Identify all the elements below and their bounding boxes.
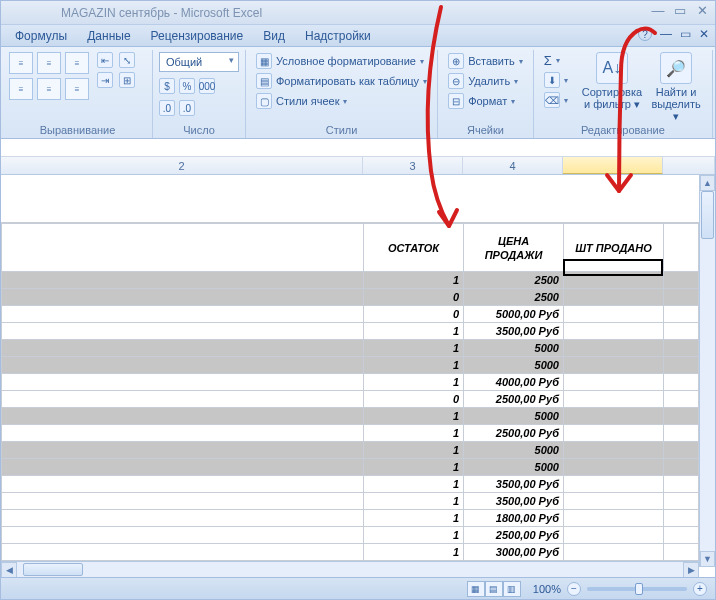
cell-extra[interactable]: [664, 323, 699, 340]
cell-extra[interactable]: [664, 408, 699, 425]
cell-sold[interactable]: [564, 442, 664, 459]
cell-ostatok[interactable]: 1: [364, 510, 464, 527]
cell-styles-button[interactable]: ▢ Стили ячеек ▾: [252, 92, 431, 110]
cell-ostatok[interactable]: 1: [364, 323, 464, 340]
cell-sold[interactable]: [564, 340, 664, 357]
cell-ostatok[interactable]: 1: [364, 425, 464, 442]
tab-addins[interactable]: Надстройки: [305, 29, 371, 43]
fill-button[interactable]: ⬇▾: [540, 71, 572, 89]
delete-cells-button[interactable]: ⊖ Удалить ▾: [444, 72, 527, 90]
cell-price[interactable]: 3500,00 Руб: [464, 476, 564, 493]
cell-left[interactable]: [2, 442, 364, 459]
cell-ostatok[interactable]: 1: [364, 527, 464, 544]
cell-left[interactable]: [2, 408, 364, 425]
cell-ostatok[interactable]: 1: [364, 272, 464, 289]
cell-sold[interactable]: [564, 323, 664, 340]
vscroll-track[interactable]: [700, 191, 715, 551]
cell-ostatok[interactable]: 1: [364, 357, 464, 374]
cell-left[interactable]: [2, 544, 364, 561]
cell-sold[interactable]: [564, 289, 664, 306]
column-header-2[interactable]: 2: [1, 157, 363, 174]
insert-cells-button[interactable]: ⊕ Вставить ▾: [444, 52, 527, 70]
scroll-down-button[interactable]: ▼: [700, 551, 715, 567]
cell-sold[interactable]: [564, 510, 664, 527]
header-ostatok[interactable]: ОСТАТОК: [364, 224, 464, 272]
cell-left[interactable]: [2, 357, 364, 374]
cell-ostatok[interactable]: 1: [364, 442, 464, 459]
cell-sold[interactable]: [564, 374, 664, 391]
cell-price[interactable]: 5000: [464, 408, 564, 425]
column-header-selected[interactable]: [563, 157, 663, 174]
decrease-decimal-button[interactable]: .0: [179, 100, 195, 116]
cell-price[interactable]: 2500,00 Руб: [464, 527, 564, 544]
cell-sold[interactable]: [564, 306, 664, 323]
vscroll-thumb[interactable]: [701, 191, 714, 239]
increase-decimal-button[interactable]: .0: [159, 100, 175, 116]
cell-extra[interactable]: [664, 476, 699, 493]
cell-extra[interactable]: [664, 527, 699, 544]
cell-sold[interactable]: [564, 357, 664, 374]
clear-button[interactable]: ⌫▾: [540, 91, 572, 109]
cell-ostatok[interactable]: 1: [364, 408, 464, 425]
tab-formulas[interactable]: Формулы: [15, 29, 67, 43]
cell-ostatok[interactable]: 1: [364, 459, 464, 476]
zoom-slider-knob[interactable]: [635, 583, 643, 595]
cell-sold[interactable]: [564, 272, 664, 289]
cell-sold[interactable]: [564, 476, 664, 493]
cell-extra[interactable]: [664, 340, 699, 357]
maximize-button[interactable]: ▭: [673, 3, 687, 18]
zoom-percent[interactable]: 100%: [533, 583, 561, 595]
column-header-3[interactable]: 3: [363, 157, 463, 174]
header-extra[interactable]: [664, 224, 699, 272]
autosum-button[interactable]: Σ▾: [540, 52, 572, 69]
cell-sold[interactable]: [564, 459, 664, 476]
format-as-table-button[interactable]: ▤ Форматировать как таблицу ▾: [252, 72, 431, 90]
orientation-button[interactable]: ⤡: [119, 52, 135, 68]
cell-price[interactable]: 2500: [464, 289, 564, 306]
cell-ostatok[interactable]: 1: [364, 374, 464, 391]
cell-extra[interactable]: [664, 272, 699, 289]
normal-view-button[interactable]: ▦: [467, 581, 485, 597]
cell-extra[interactable]: [664, 357, 699, 374]
zoom-out-button[interactable]: −: [567, 582, 581, 596]
close-button[interactable]: ✕: [695, 3, 709, 18]
cell-price[interactable]: 2500,00 Руб: [464, 391, 564, 408]
cell-left[interactable]: [2, 493, 364, 510]
cell-sold[interactable]: [564, 527, 664, 544]
cell-ostatok[interactable]: 1: [364, 544, 464, 561]
cell-left[interactable]: [2, 476, 364, 493]
number-format-select[interactable]: Общий: [159, 52, 239, 72]
conditional-formatting-button[interactable]: ▦ Условное форматирование ▾: [252, 52, 431, 70]
cell-sold[interactable]: [564, 544, 664, 561]
blank-rows[interactable]: [1, 175, 699, 223]
comma-format-button[interactable]: 000: [199, 78, 215, 94]
page-layout-view-button[interactable]: ▤: [485, 581, 503, 597]
cell-sold[interactable]: [564, 391, 664, 408]
cell-extra[interactable]: [664, 493, 699, 510]
sort-filter-button[interactable]: A↓ Сортировкаи фильтр ▾: [578, 52, 646, 124]
cell-price[interactable]: 5000,00 Руб: [464, 306, 564, 323]
cell-left[interactable]: [2, 374, 364, 391]
cell-price[interactable]: 5000: [464, 442, 564, 459]
align-bottom-left-button[interactable]: ≡: [9, 78, 33, 100]
cell-price[interactable]: 4000,00 Руб: [464, 374, 564, 391]
cell-price[interactable]: 2500: [464, 272, 564, 289]
cell-price[interactable]: 5000: [464, 459, 564, 476]
cell-sold[interactable]: [564, 408, 664, 425]
cell-left[interactable]: [2, 306, 364, 323]
scroll-right-button[interactable]: ▶: [683, 562, 699, 578]
tab-view[interactable]: Вид: [263, 29, 285, 43]
cell-price[interactable]: 3500,00 Руб: [464, 493, 564, 510]
cell-ostatok[interactable]: 1: [364, 476, 464, 493]
cell-ostatok[interactable]: 1: [364, 340, 464, 357]
cell-left[interactable]: [2, 323, 364, 340]
zoom-slider[interactable]: [587, 587, 687, 591]
zoom-in-button[interactable]: +: [693, 582, 707, 596]
cell-ostatok[interactable]: 1: [364, 493, 464, 510]
scroll-left-button[interactable]: ◀: [1, 562, 17, 578]
cell-ostatok[interactable]: 0: [364, 306, 464, 323]
scroll-up-button[interactable]: ▲: [700, 175, 715, 191]
cell-left[interactable]: [2, 510, 364, 527]
column-header-rest[interactable]: [663, 157, 715, 174]
accounting-format-button[interactable]: $: [159, 78, 175, 94]
